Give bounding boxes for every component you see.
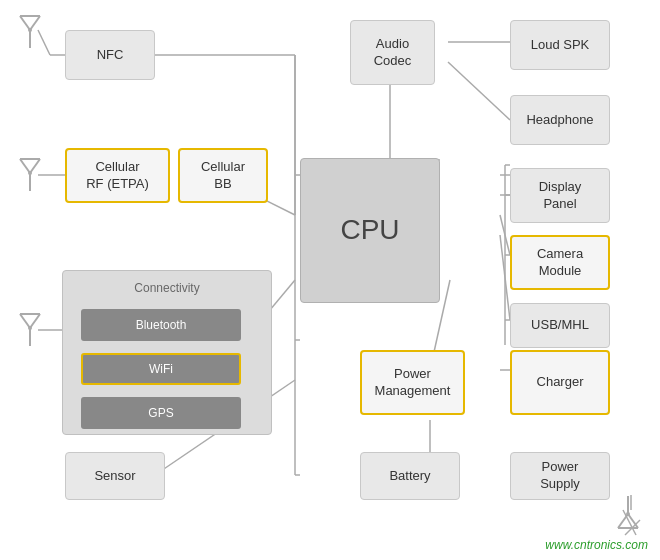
antenna-1-icon [18,12,42,48]
svg-point-39 [28,28,32,32]
sensor-box: Sensor [65,452,165,500]
svg-line-9 [500,235,510,320]
cellular-bb-box: Cellular BB [178,148,268,203]
svg-line-36 [20,16,30,30]
svg-line-47 [30,314,40,328]
power-supply-box: Power Supply [510,452,610,500]
connectivity-group: Connectivity Bluetooth WiFi GPS [62,270,272,435]
antenna-2-icon [18,155,42,191]
svg-point-54 [626,512,630,516]
bluetooth-box: Bluetooth [81,309,241,341]
svg-line-8 [500,215,510,255]
svg-line-41 [20,159,30,173]
antenna-3-icon [18,310,42,346]
svg-line-51 [618,514,628,528]
svg-line-37 [30,16,40,30]
svg-line-5 [448,62,510,120]
watermark: www.cntronics.com [545,538,648,552]
antenna-bottom-right-icon [616,496,640,532]
power-management-box: Power Management [360,350,465,415]
charger-box: Charger [510,350,610,415]
display-panel-box: Display Panel [510,168,610,223]
usb-mhl-box: USB/MHL [510,303,610,348]
camera-module-box: Camera Module [510,235,610,290]
cellular-rf-box: Cellular RF (ETPA) [65,148,170,203]
cpu-box: CPU [300,158,440,303]
svg-line-46 [20,314,30,328]
svg-point-44 [28,171,32,175]
svg-point-49 [28,326,32,330]
svg-line-42 [30,159,40,173]
connectivity-label: Connectivity [63,281,271,295]
loud-spk-box: Loud SPK [510,20,610,70]
gps-box: GPS [81,397,241,429]
audio-codec-box: Audio Codec [350,20,435,85]
svg-line-52 [628,514,638,528]
wifi-box: WiFi [81,353,241,385]
nfc-box: NFC [65,30,155,80]
battery-box: Battery [360,452,460,500]
headphone-box: Headphone [510,95,610,145]
